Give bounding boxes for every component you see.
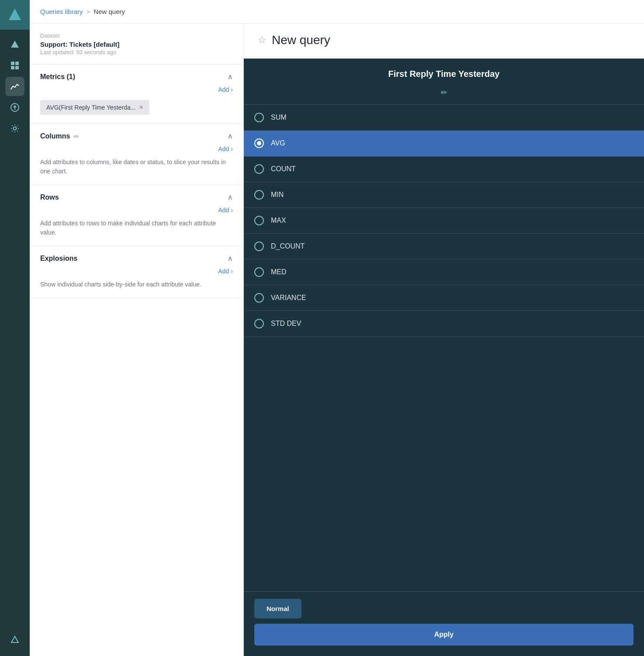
radio-sum [254,113,264,122]
radio-med [254,267,264,277]
dropdown-list: SUMAVGCOUNTMINMAXD_COUNTMEDVARIANCESTD D… [244,105,644,591]
dropdown-item-label-count: COUNT [271,165,296,173]
star-icon[interactable]: ☆ [258,35,267,46]
dropdown-item-max[interactable]: MAX [244,208,644,234]
rows-header: Rows ∧ [30,185,243,205]
dropdown-item-med[interactable]: MED [244,259,644,285]
metrics-body: AVG(First Reply Time Yesterda... × [30,95,243,124]
sidebar-item-support[interactable] [5,630,24,649]
metric-chip-close[interactable]: × [139,104,143,111]
explosions-section: Explosions ∧ Add › Show individual chart… [30,246,243,298]
dropdown-item-sum[interactable]: SUM [244,105,644,131]
metrics-add-button[interactable]: Add › [30,84,243,95]
dropdown-item-variance[interactable]: VARIANCE [244,285,644,311]
radio-min [254,190,264,200]
explosions-header: Explosions ∧ [30,246,243,266]
query-header: ☆ New query [244,24,644,57]
dropdown-title: First Reply Time Yesterday [244,59,644,84]
radio-max [254,216,264,225]
radio-d_count [254,242,264,251]
breadcrumb-library-link[interactable]: Queries library [40,8,83,15]
rows-section: Rows ∧ Add › Add attributes to rows to m… [30,185,243,246]
svg-rect-3 [15,62,19,65]
dropdown-item-label-variance: VARIANCE [271,294,306,302]
breadcrumb-separator: > [87,8,90,15]
logo[interactable] [0,0,30,30]
rows-body: Add attributes to rows to make individua… [30,215,243,246]
dataset-updated: Last updated: 50 seconds ago [40,49,233,55]
svg-marker-0 [9,9,21,20]
dropdown-item-d_count[interactable]: D_COUNT [244,234,644,259]
metric-chip-label: AVG(First Reply Time Yesterda... [46,104,135,111]
metrics-section: Metrics (1) ∧ Add › AVG(First Reply Time… [30,65,243,124]
left-panel: Dataset Support: Tickets [default] Last … [30,24,244,656]
rows-chevron-icon[interactable]: ∧ [228,193,233,201]
dataset-name: Support: Tickets [default] [40,41,233,48]
sidebar-item-dashboard[interactable] [5,56,24,75]
svg-rect-2 [11,62,14,65]
explosions-body: Show individual charts side-by-side for … [30,276,243,298]
content-area: Dataset Support: Tickets [default] Last … [30,24,644,656]
rows-add-button[interactable]: Add › [30,205,243,215]
explosions-hint: Show individual charts side-by-side for … [40,280,233,289]
rows-title: Rows [40,193,59,201]
pencil-icon: ✏ [441,88,447,97]
svg-point-8 [14,127,17,130]
radio-std_dev [254,319,264,328]
dropdown-item-label-avg: AVG [271,139,285,147]
columns-chevron-icon[interactable]: ∧ [228,132,233,140]
sidebar [0,0,30,656]
columns-add-button[interactable]: Add › [30,144,243,154]
dropdown-overlay: First Reply Time Yesterday ✏ SUMAVGCOUNT… [244,59,644,656]
dropdown-item-label-med: MED [271,268,287,276]
columns-body: Add attributes to columns, like dates or… [30,154,243,185]
metric-chip[interactable]: AVG(First Reply Time Yesterda... × [40,100,149,115]
svg-rect-5 [15,66,19,69]
normal-button[interactable]: Normal [254,599,301,618]
rows-hint: Add attributes to rows to make individua… [40,219,233,237]
right-panel: ☆ New query Filters Add › First Reply Ti… [244,24,644,656]
sidebar-item-analytics[interactable] [5,77,24,96]
metrics-header: Metrics (1) ∧ [30,65,243,84]
columns-redirect-icon: ⇨ [73,133,79,140]
main-content: Queries library > New query Dataset Supp… [30,0,644,656]
breadcrumb-current: New query [93,8,125,15]
columns-title: Columns ⇨ [40,132,79,140]
dropdown-item-label-sum: SUM [271,114,287,121]
sidebar-nav [5,30,24,630]
dataset-label: Dataset [40,32,233,39]
dropdown-item-label-std_dev: STD DEV [271,320,301,328]
columns-hint: Add attributes to columns, like dates or… [40,158,233,176]
dropdown-item-avg[interactable]: AVG [244,131,644,156]
dropdown-item-label-min: MIN [271,191,284,199]
dropdown-item-count[interactable]: COUNT [244,156,644,182]
dataset-info: Dataset Support: Tickets [default] Last … [30,24,243,65]
explosions-add-button[interactable]: Add › [30,266,243,276]
sidebar-item-settings[interactable] [5,119,24,138]
explosions-chevron-icon[interactable]: ∧ [228,254,233,262]
dropdown-item-label-d_count: D_COUNT [271,242,305,250]
radio-variance [254,293,264,303]
svg-marker-1 [11,41,19,48]
radio-avg [254,138,264,148]
columns-header: Columns ⇨ ∧ [30,124,243,144]
dropdown-item-std_dev[interactable]: STD DEV [244,311,644,337]
metrics-title: Metrics (1) [40,73,75,81]
dropdown-footer: Normal Apply [244,591,644,656]
radio-count [254,164,264,174]
apply-button[interactable]: Apply [254,624,634,646]
sidebar-item-home[interactable] [5,35,24,54]
explosions-title: Explosions [40,255,77,262]
columns-section: Columns ⇨ ∧ Add › Add attributes to colu… [30,124,243,185]
dropdown-edit[interactable]: ✏ [244,84,644,105]
sidebar-bottom [5,630,24,656]
sidebar-item-upload[interactable] [5,98,24,117]
metrics-chevron-icon[interactable]: ∧ [228,73,233,81]
query-title: New query [272,33,330,47]
dropdown-item-min[interactable]: MIN [244,182,644,208]
breadcrumb: Queries library > New query [30,0,644,24]
dropdown-item-label-max: MAX [271,217,286,224]
svg-rect-4 [11,66,14,69]
